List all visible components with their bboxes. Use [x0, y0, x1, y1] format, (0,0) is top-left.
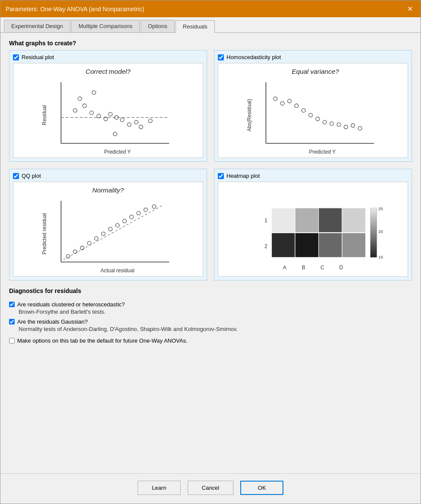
svg-point-15 — [135, 120, 138, 124]
diag-gaussian-subtext: Normality tests of Anderson-Darling, D'A… — [19, 326, 412, 332]
residual-plot-area: Correct model? Residual Predicted Y — [13, 63, 203, 158]
tab-options[interactable]: Options — [141, 20, 175, 32]
homoscedasticity-checkbox[interactable] — [218, 54, 224, 60]
svg-point-28 — [288, 99, 292, 103]
svg-point-6 — [73, 109, 77, 113]
footer-buttons: Learn Cancel OK — [0, 473, 421, 504]
heatmap-checkbox-row: Heatmap plot — [218, 173, 408, 179]
svg-point-13 — [120, 118, 124, 122]
svg-point-27 — [280, 101, 284, 105]
default-option-row: Make options on this tab be the default … — [9, 337, 412, 344]
svg-point-31 — [309, 113, 313, 117]
default-option-checkbox[interactable] — [9, 338, 15, 343]
diag-clustered-label: Are residuals clustered or heteroscedast… — [17, 301, 125, 308]
svg-text:Correct model?: Correct model? — [85, 68, 131, 75]
residual-plot-card: Residual plot Correct model? Residual Pr… — [9, 50, 207, 162]
svg-point-32 — [316, 117, 320, 121]
svg-rect-70 — [319, 233, 342, 258]
svg-rect-66 — [319, 208, 342, 233]
svg-text:Residual: Residual — [41, 105, 47, 126]
diag-gaussian-row: Are the residuals Gaussian? — [9, 318, 412, 325]
close-button[interactable]: ✕ — [405, 4, 415, 14]
svg-text:Predicted Y: Predicted Y — [309, 149, 336, 155]
svg-point-19 — [113, 132, 117, 136]
svg-text:1: 1 — [264, 217, 267, 224]
svg-text:Predicted Y: Predicted Y — [104, 149, 131, 155]
heatmap-svg: 1 2 A B C D — [218, 182, 408, 276]
svg-text:A: A — [283, 265, 286, 271]
learn-button[interactable]: Learn — [138, 481, 181, 495]
svg-point-17 — [139, 125, 143, 129]
svg-point-52 — [116, 224, 119, 227]
svg-point-18 — [148, 119, 152, 123]
default-option-label: Make options on this tab be the default … — [17, 337, 188, 344]
heatmap-checkbox[interactable] — [218, 173, 224, 179]
tabs-row: Experimental Design Multiple Comparisons… — [0, 17, 421, 33]
svg-point-45 — [66, 255, 70, 258]
svg-point-26 — [273, 97, 277, 101]
svg-rect-68 — [272, 233, 295, 258]
window-title: Parameters: One-Way ANOVA (and Nonparame… — [6, 6, 144, 13]
tab-experimental-design[interactable]: Experimental Design — [4, 20, 70, 32]
tab-residuals[interactable]: Residuals — [176, 20, 215, 33]
homoscedasticity-label: Homoscedasticity plot — [226, 54, 281, 60]
svg-text:Abs(Residual): Abs(Residual) — [246, 99, 252, 131]
svg-text:2: 2 — [264, 243, 267, 249]
svg-point-8 — [90, 111, 94, 115]
ok-button[interactable]: OK — [240, 481, 283, 495]
diag-gaussian-label: Are the residuals Gaussian? — [17, 318, 88, 325]
diag-clustered-subtext: Brown-Forsythe and Barlett's tests. — [19, 309, 412, 315]
graphs-grid: Residual plot Correct model? Residual Pr… — [9, 50, 412, 280]
qq-checkbox[interactable] — [13, 173, 19, 179]
qq-svg: Normality? Predicted residual Actual res… — [13, 182, 203, 276]
tab-content: What graphs to create? Residual plot Cor… — [0, 33, 421, 473]
svg-text:B: B — [302, 265, 305, 271]
diagnostics-section: Diagnostics for residuals Are residuals … — [9, 287, 412, 344]
svg-text:Normality?: Normality? — [92, 186, 124, 194]
qq-checkbox-row: QQ plot — [13, 173, 203, 179]
svg-text:Equal variance?: Equal variance? — [292, 68, 339, 75]
svg-text:25: 25 — [378, 206, 383, 211]
cancel-button[interactable]: Cancel — [188, 481, 233, 495]
homoscedasticity-plot-area: Equal variance? Abs(Residual) Predicted … — [218, 63, 408, 158]
svg-line-44 — [63, 206, 162, 260]
svg-point-57 — [152, 205, 156, 208]
svg-point-54 — [130, 215, 134, 219]
residual-checkbox-row: Residual plot — [13, 54, 203, 60]
residual-label: Residual plot — [22, 54, 54, 60]
svg-text:20: 20 — [378, 229, 383, 234]
svg-point-34 — [330, 122, 334, 126]
diag-clustered-row: Are residuals clustered or heteroscedast… — [9, 301, 412, 308]
svg-point-36 — [344, 125, 348, 129]
svg-rect-64 — [272, 208, 295, 233]
diagnostics-title: Diagnostics for residuals — [9, 287, 412, 294]
svg-rect-67 — [342, 208, 366, 233]
svg-point-38 — [358, 126, 362, 130]
homoscedasticity-plot-card: Homoscedasticity plot Equal variance? Ab… — [214, 50, 412, 162]
tab-multiple-comparisons[interactable]: Multiple Comparisons — [71, 20, 140, 32]
residual-checkbox[interactable] — [13, 54, 19, 60]
svg-text:Actual residual: Actual residual — [101, 268, 135, 274]
svg-point-7 — [83, 104, 87, 108]
svg-point-48 — [88, 241, 91, 245]
svg-rect-72 — [370, 208, 377, 257]
qq-label: QQ plot — [22, 173, 41, 179]
svg-text:D: D — [339, 265, 343, 271]
svg-point-35 — [337, 123, 341, 126]
svg-point-53 — [123, 219, 126, 223]
svg-point-51 — [109, 227, 113, 231]
diag-gaussian-checkbox[interactable] — [9, 319, 15, 324]
svg-point-30 — [302, 109, 305, 113]
svg-rect-71 — [342, 233, 366, 258]
svg-point-50 — [101, 232, 105, 236]
svg-point-56 — [144, 208, 148, 212]
svg-rect-65 — [295, 208, 319, 233]
homoscedasticity-checkbox-row: Homoscedasticity plot — [218, 54, 408, 60]
svg-text:C: C — [320, 265, 324, 271]
svg-point-55 — [137, 211, 141, 215]
graphs-section: What graphs to create? Residual plot Cor… — [9, 40, 412, 280]
diag-clustered-checkbox[interactable] — [9, 302, 15, 307]
svg-point-37 — [351, 124, 355, 128]
svg-text:15: 15 — [378, 255, 383, 259]
svg-rect-69 — [295, 233, 319, 258]
